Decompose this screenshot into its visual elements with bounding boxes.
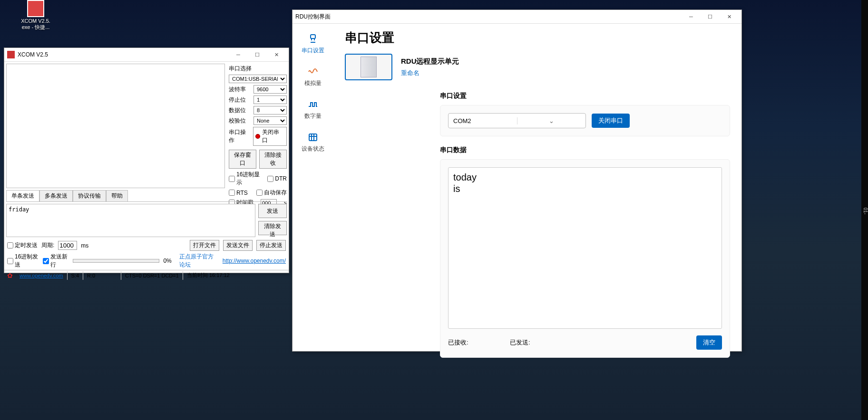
xcom-statusbar: ✿ www.openedv.com S:4 R:0 CTS=0 DSR=1 DC…	[4, 270, 289, 280]
maximize-button[interactable]: ☐	[701, 10, 720, 23]
receive-textarea[interactable]	[6, 64, 225, 188]
port-card: COM2 ⌄ 关闭串口	[440, 105, 730, 136]
open-file-button[interactable]: 打开文件	[190, 240, 219, 251]
page-title: 串口设置	[345, 29, 730, 46]
stop-send-button[interactable]: 停止发送	[256, 240, 286, 251]
serial-config-panel: 串口选择 COM1:USB-SERIAL 波特率9600 停止位1 数据位8 校…	[227, 62, 289, 190]
data-card: today is 已接收: 已发送: 清空	[440, 159, 730, 358]
period-input[interactable]	[58, 241, 77, 250]
clear-rx-button[interactable]: 清除接收	[259, 150, 287, 169]
maximize-button[interactable]: ☐	[248, 48, 267, 61]
stop-label: 停止位	[229, 96, 246, 104]
progress-bar	[73, 259, 159, 263]
status-time: 当前时间 16:17:12	[183, 270, 289, 280]
tab-single-send[interactable]: 单条发送	[6, 190, 39, 201]
port-value: COM2	[449, 117, 517, 124]
section-data-heading: 串口数据	[440, 146, 730, 154]
close-button[interactable]: ✕	[267, 48, 286, 61]
dtr-checkbox[interactable]: DTR	[267, 175, 287, 182]
stop-select[interactable]: 1	[254, 95, 287, 104]
rename-link[interactable]: 重命名	[401, 69, 419, 77]
tab-multi-send[interactable]: 多条发送	[39, 190, 73, 201]
baud-select[interactable]: 9600	[254, 85, 287, 94]
sidebar-item-status[interactable]: 设备状态	[293, 128, 333, 157]
rdu-titlebar[interactable]: RDU控制界面 ─ ☐ ✕	[293, 10, 741, 24]
tab-help[interactable]: 帮助	[106, 190, 128, 201]
xcom-titlebar[interactable]: XCOM V2.5 ─ ☐ ✕	[4, 48, 289, 62]
chevron-down-icon: ⌄	[517, 117, 586, 124]
rx-count-label: 已接收:	[448, 338, 510, 347]
send-textarea[interactable]: friday	[6, 204, 255, 237]
sidebar-label: 模拟量	[304, 79, 322, 87]
xcom-window: XCOM V2.5 ─ ☐ ✕ 串口选择 COM1:USB-SERIAL 波特率…	[4, 48, 289, 273]
device-name: RDU远程显示单元	[401, 57, 459, 66]
hex-display-checkbox[interactable]: 16进制显示	[229, 171, 265, 187]
hex-display-label: 16进制显示	[236, 171, 265, 187]
rdu-window: RDU控制界面 ─ ☐ ✕ 串口设置 模拟量 数字量 设备状态	[292, 10, 742, 352]
clear-tx-button[interactable]: 清除发送	[258, 221, 287, 235]
baud-label: 波特率	[229, 86, 246, 94]
sidebar-item-serial[interactable]: 串口设置	[293, 29, 333, 58]
dtr-label: DTR	[275, 175, 287, 182]
sidebar-label: 串口设置	[302, 47, 324, 55]
port-status-icon	[255, 134, 260, 139]
send-tabs: 单条发送 多条发送 协议传输 帮助	[6, 190, 287, 202]
desktop-shortcut-label: XCOM V2.5. exe - 快捷...	[19, 18, 52, 30]
sidebar-label: 设备状态	[302, 145, 324, 153]
device-row: RDU远程显示单元 重命名	[345, 54, 730, 80]
serial-data-box[interactable]: today is	[448, 167, 722, 329]
port-combobox[interactable]: COM2 ⌄	[448, 113, 586, 128]
xcom-title: XCOM V2.5	[18, 51, 48, 58]
status-sent: S:4	[68, 271, 84, 280]
op-label: 串口操作	[229, 128, 251, 144]
toggle-port-button[interactable]: 关闭串口	[253, 127, 287, 146]
site-link[interactable]: www.openedv.com	[16, 271, 68, 280]
device-icon	[361, 57, 377, 77]
sidebar-label: 数字量	[304, 112, 322, 120]
send-file-button[interactable]: 发送文件	[223, 240, 253, 251]
status-icon	[307, 132, 319, 143]
rdu-main: 串口设置 RDU远程显示单元 重命名 串口设置 COM2 ⌄ 关闭串口 串	[333, 24, 741, 373]
desktop-shortcut[interactable]: XCOM V2.5. exe - 快捷...	[19, 0, 52, 30]
sidebar-item-digital[interactable]: 数字量	[293, 95, 333, 124]
minimize-button[interactable]: ─	[682, 10, 701, 23]
data-select[interactable]: 8	[254, 106, 287, 115]
minimize-button[interactable]: ─	[229, 48, 248, 61]
parity-label: 校验位	[229, 117, 246, 125]
section-port-heading: 串口设置	[440, 92, 730, 100]
sidebar-item-analog[interactable]: 模拟量	[293, 62, 333, 91]
xcom-icon	[27, 0, 44, 17]
status-recv: R:0	[83, 271, 121, 280]
parity-select[interactable]: None	[254, 116, 287, 125]
rdu-sidebar: 串口设置 模拟量 数字量 设备状态	[293, 24, 333, 373]
period-label: 周期:	[41, 241, 54, 249]
svg-rect-1	[309, 134, 317, 141]
gear-icon[interactable]: ✿	[4, 272, 16, 279]
forum-text: 正点原子官方论坛	[179, 253, 219, 269]
right-edge-strip: 01-	[861, 0, 868, 420]
send-newline-checkbox[interactable]: 发送新行	[43, 253, 69, 269]
hex-send-label: 16进制发送	[15, 253, 39, 269]
progress-pct: 0%	[163, 258, 171, 264]
forum-link[interactable]: http://www.openedv.com/	[223, 258, 286, 264]
hex-send-checkbox[interactable]: 16进制发送	[7, 253, 39, 269]
xcom-app-icon	[7, 51, 15, 58]
port-select[interactable]: COM1:USB-SERIAL	[229, 75, 287, 83]
serial-icon	[307, 33, 319, 45]
svg-rect-0	[311, 35, 315, 38]
toggle-port-label: 关闭串口	[262, 128, 284, 144]
analog-icon	[307, 66, 319, 77]
timed-send-label: 定时发送	[15, 241, 38, 249]
tab-protocol[interactable]: 协议传输	[73, 190, 106, 201]
period-unit: ms	[81, 242, 88, 249]
data-label: 数据位	[229, 106, 246, 115]
send-button[interactable]: 发送	[258, 204, 287, 218]
rdu-title: RDU控制界面	[295, 13, 331, 21]
save-window-button[interactable]: 保存窗口	[229, 150, 256, 169]
device-thumbnail[interactable]	[345, 54, 392, 80]
close-port-button[interactable]: 关闭串口	[592, 114, 630, 128]
close-button[interactable]: ✕	[720, 10, 739, 23]
port-select-label: 串口选择	[229, 65, 287, 73]
timed-send-checkbox[interactable]: 定时发送	[7, 241, 38, 249]
clear-data-button[interactable]: 清空	[696, 335, 722, 350]
